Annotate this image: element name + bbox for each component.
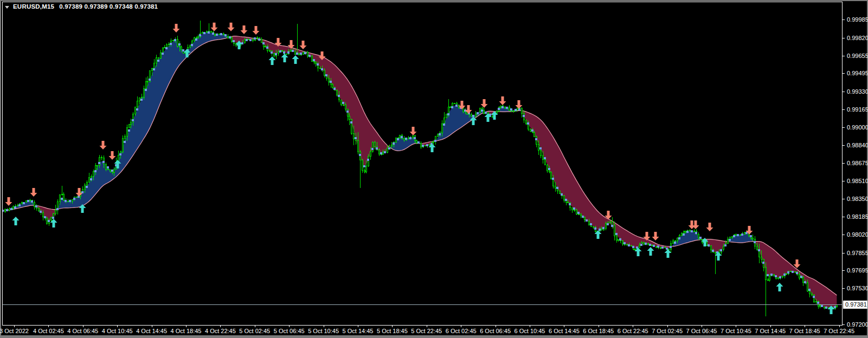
ma-dot bbox=[371, 148, 374, 150]
ma-dot bbox=[792, 271, 794, 273]
candle-body bbox=[332, 84, 333, 87]
price-chart-canvas[interactable]: 0.999850.998200.996550.994950.993300.991… bbox=[0, 0, 868, 338]
candle-body bbox=[571, 208, 573, 210]
candle-body bbox=[574, 210, 575, 210]
ma-dot bbox=[128, 129, 130, 132]
candle-body bbox=[540, 150, 541, 155]
candle-body bbox=[378, 150, 380, 154]
candle-body bbox=[181, 47, 182, 49]
candle-body bbox=[483, 110, 484, 113]
candle-body bbox=[177, 40, 178, 46]
ma-dot bbox=[300, 53, 302, 55]
ma-dot bbox=[367, 159, 369, 161]
candle-body bbox=[42, 213, 43, 217]
candle-body bbox=[530, 129, 531, 131]
ma-dot bbox=[762, 262, 764, 264]
ma-dot bbox=[699, 237, 702, 239]
candle-body bbox=[50, 218, 52, 220]
ma-dot bbox=[271, 51, 273, 54]
time-tick-label: 7 Oct 06:45 bbox=[686, 328, 717, 334]
candle-body bbox=[588, 221, 589, 225]
price-tick-label: 0.98350 bbox=[847, 196, 868, 202]
ma-dot bbox=[359, 154, 361, 156]
candle-body bbox=[261, 39, 262, 42]
ma-dot bbox=[220, 33, 222, 35]
candle-body bbox=[4, 210, 5, 212]
time-tick-label: 4 Oct 02:45 bbox=[33, 328, 64, 334]
price-tick-label: 0.99655 bbox=[847, 53, 868, 59]
candle-body bbox=[429, 145, 430, 146]
ma-dot bbox=[783, 274, 786, 276]
ma-dot bbox=[724, 244, 726, 246]
candle-body bbox=[509, 107, 510, 110]
candle-body bbox=[836, 304, 837, 307]
candle-body bbox=[197, 36, 198, 37]
candle-body bbox=[723, 246, 724, 249]
ma-dot bbox=[834, 306, 836, 308]
candle-body bbox=[815, 302, 816, 302]
candle-body bbox=[336, 90, 337, 95]
candle-body bbox=[664, 248, 665, 248]
time-tick-label: 6 Oct 22:45 bbox=[618, 328, 648, 334]
ma-dot bbox=[455, 105, 458, 107]
candle-body bbox=[17, 205, 18, 206]
ma-dot bbox=[414, 137, 416, 139]
ma-dot bbox=[304, 52, 306, 54]
candle-body bbox=[580, 214, 581, 216]
candle-body bbox=[311, 56, 312, 62]
ma-dot bbox=[384, 151, 386, 153]
candle-body bbox=[616, 236, 617, 240]
candle-body bbox=[471, 115, 472, 116]
candle-body bbox=[105, 164, 106, 169]
ma-dot bbox=[590, 223, 592, 225]
candle-body bbox=[269, 50, 270, 51]
ma-dot bbox=[178, 43, 181, 46]
candle-body bbox=[97, 165, 98, 166]
time-tick-label: 7 Oct 10:45 bbox=[721, 328, 751, 334]
candle-body bbox=[313, 62, 314, 62]
candle-body bbox=[639, 245, 640, 248]
ma-dot bbox=[632, 246, 634, 248]
ma-dot bbox=[23, 202, 25, 204]
candle-body bbox=[328, 78, 329, 82]
candle-body bbox=[244, 39, 245, 43]
candle-body bbox=[809, 291, 810, 294]
ma-dot bbox=[292, 50, 294, 52]
ma-dot bbox=[535, 138, 537, 140]
candle-body bbox=[214, 34, 215, 36]
ma-dot bbox=[708, 244, 710, 246]
ma-dot bbox=[174, 39, 176, 41]
candle-body bbox=[347, 109, 348, 116]
candle-body bbox=[769, 276, 770, 281]
candle-body bbox=[223, 34, 224, 35]
candle-body bbox=[164, 47, 165, 48]
time-tick-label: 7 Oct 18:45 bbox=[789, 328, 820, 334]
ma-dot bbox=[426, 144, 428, 146]
time-tick-label: 6 Oct 14:45 bbox=[549, 328, 580, 334]
ma-dot bbox=[397, 138, 399, 140]
candle-body bbox=[12, 207, 14, 209]
ma-dot bbox=[666, 248, 668, 250]
ma-dot bbox=[401, 136, 403, 138]
candle-body bbox=[303, 53, 304, 54]
ma-dot bbox=[678, 237, 680, 239]
ma-dot bbox=[107, 166, 109, 168]
ma-dot bbox=[363, 165, 365, 167]
ma-dot bbox=[61, 198, 63, 200]
candle-body bbox=[227, 36, 228, 37]
candle-body bbox=[609, 222, 610, 222]
ma-dot bbox=[501, 106, 504, 108]
chart-legend: EURUSD,M150.97389 0.97389 0.97348 0.9738… bbox=[13, 3, 158, 10]
chart-dropdown-icon[interactable] bbox=[5, 6, 9, 9]
candle-body bbox=[521, 109, 522, 114]
candle-body bbox=[578, 214, 579, 215]
candle-body bbox=[689, 230, 690, 231]
ma-dot bbox=[233, 40, 235, 42]
ma-dot bbox=[157, 60, 159, 62]
candle-body bbox=[437, 134, 438, 136]
price-tick-label: 0.99820 bbox=[847, 35, 868, 41]
ma-dot bbox=[246, 39, 248, 41]
ma-dot bbox=[393, 142, 395, 145]
candle-body bbox=[278, 52, 279, 54]
candle-body bbox=[454, 103, 455, 103]
